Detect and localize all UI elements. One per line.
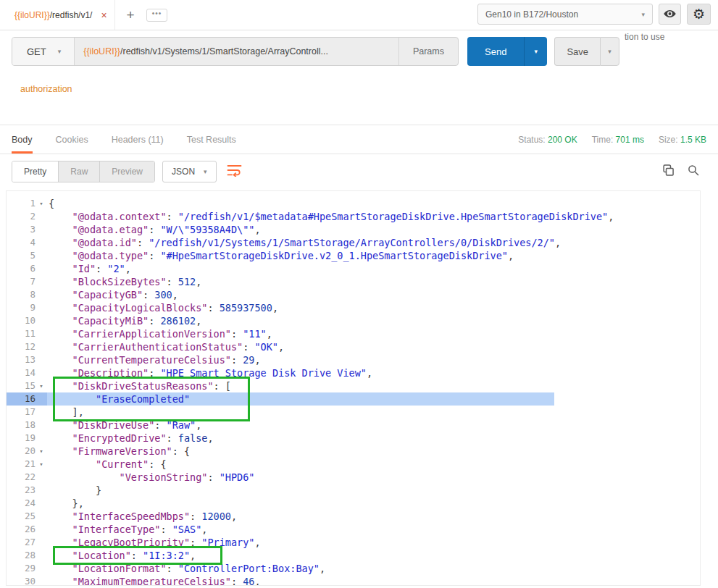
new-tab-button[interactable]: +: [127, 7, 135, 23]
code-line-15[interactable]: 15▾ "DiskDriveStatusReasons": [: [7, 379, 700, 392]
line-number[interactable]: 9: [7, 301, 36, 314]
fold-toggle-icon[interactable]: ▾: [36, 458, 47, 471]
code-line-25[interactable]: 25 "InterfaceSpeedMbps": 12000,: [7, 510, 700, 523]
line-number[interactable]: 7: [7, 275, 36, 288]
line-number[interactable]: 5: [7, 249, 36, 262]
code-text: "Id": "2",: [47, 262, 131, 275]
code-line-18[interactable]: 18 "DiskDriveUse": "Raw",: [7, 419, 700, 432]
search-icon[interactable]: [688, 164, 699, 179]
code-line-11[interactable]: 11 "CarrierApplicationVersion": "11",: [7, 327, 700, 340]
send-options-button[interactable]: ▾: [524, 37, 547, 66]
code-line-30[interactable]: 30 "MaximumTemperatureCelsius": 46,: [7, 575, 700, 586]
code-line-26[interactable]: 26 "InterfaceType": "SAS",: [7, 523, 700, 536]
line-number[interactable]: 16: [7, 392, 36, 406]
code-text: "MaximumTemperatureCelsius": 46,: [47, 575, 261, 586]
line-number[interactable]: 6: [7, 262, 36, 275]
line-number[interactable]: 30: [7, 575, 36, 586]
tab-options-button[interactable]: •••: [146, 9, 168, 22]
code-line-24[interactable]: 24 },: [7, 497, 700, 510]
view-mode-pretty[interactable]: Pretty: [12, 161, 58, 182]
line-number[interactable]: 23: [7, 484, 36, 497]
fold-spacer: [36, 301, 47, 314]
line-number[interactable]: 22: [7, 471, 36, 484]
send-button[interactable]: Send: [467, 37, 524, 66]
params-button[interactable]: Params: [398, 38, 458, 65]
response-panel: BodyCookiesHeaders (11)Test Results Stat…: [0, 125, 718, 586]
response-tab-body[interactable]: Body: [12, 125, 33, 154]
code-line-22[interactable]: 22 "VersionString": "HPD6": [7, 471, 700, 484]
save-options-button[interactable]: ▾: [600, 37, 619, 66]
line-number[interactable]: 17: [7, 406, 36, 419]
line-number[interactable]: 10: [7, 314, 36, 327]
code-text: "@odata.context": "/redfish/v1/$metadata…: [47, 210, 614, 223]
line-number[interactable]: 8: [7, 288, 36, 301]
response-tab-headers-11[interactable]: Headers (11): [112, 125, 164, 154]
line-number[interactable]: 11: [7, 327, 36, 340]
save-button[interactable]: Save: [554, 37, 600, 66]
view-mode-raw[interactable]: Raw: [58, 161, 99, 182]
line-number[interactable]: 20: [7, 445, 36, 458]
method-selector[interactable]: GET ▾: [12, 38, 75, 65]
eye-icon: [664, 8, 676, 21]
code-line-27[interactable]: 27 "LegacyBootPriority": "Primary",: [7, 536, 700, 549]
code-line-19[interactable]: 19 "EncryptedDrive": false,: [7, 432, 700, 445]
code-line-9[interactable]: 9 "CapacityLogicalBlocks": 585937500,: [7, 301, 700, 314]
code-line-21[interactable]: 21▾ "Current": {: [7, 458, 700, 471]
response-body-code[interactable]: 1▾{2 "@odata.context": "/redfish/v1/$met…: [6, 190, 701, 586]
line-number[interactable]: 28: [7, 549, 36, 562]
code-line-5[interactable]: 5 "@odata.type": "#HpeSmartStorageDiskDr…: [7, 249, 700, 262]
line-number[interactable]: 2: [7, 210, 36, 223]
line-number[interactable]: 25: [7, 510, 36, 523]
response-tab-cookies[interactable]: Cookies: [56, 125, 88, 154]
chevron-down-icon: ▾: [608, 48, 611, 55]
line-number[interactable]: 27: [7, 536, 36, 549]
request-tab[interactable]: {{iloURI}}/redfish/v1/ ×: [6, 0, 115, 30]
line-number[interactable]: 29: [7, 562, 36, 575]
view-mode-preview[interactable]: Preview: [99, 161, 154, 182]
line-number[interactable]: 21: [7, 458, 36, 471]
fold-toggle-icon[interactable]: ▾: [36, 197, 47, 210]
line-number[interactable]: 26: [7, 523, 36, 536]
code-line-16[interactable]: 16 "EraseCompleted": [7, 392, 700, 406]
code-line-20[interactable]: 20▾ "FirmwareVersion": {: [7, 445, 700, 458]
fold-spacer: [36, 523, 47, 536]
code-line-13[interactable]: 13 "CurrentTemperatureCelsius": 29,: [7, 353, 700, 366]
fold-toggle-icon[interactable]: ▾: [36, 379, 47, 392]
settings-button[interactable]: ⚙: [687, 4, 711, 25]
code-line-23[interactable]: 23 }: [7, 484, 700, 497]
copy-button[interactable]: [662, 164, 675, 180]
line-number[interactable]: 24: [7, 497, 36, 510]
code-line-6[interactable]: 6 "Id": "2",: [7, 262, 700, 275]
line-number[interactable]: 12: [7, 340, 36, 353]
code-line-29[interactable]: 29 "LocationFormat": "ControllerPort:Box…: [7, 562, 700, 575]
code-line-1[interactable]: 1▾{: [7, 197, 700, 210]
line-number[interactable]: 3: [7, 223, 36, 236]
code-line-7[interactable]: 7 "BlockSizeBytes": 512,: [7, 275, 700, 288]
line-number[interactable]: 19: [7, 432, 36, 445]
code-line-8[interactable]: 8 "CapacityGB": 300,: [7, 288, 700, 301]
line-number[interactable]: 14: [7, 366, 36, 379]
line-number[interactable]: 15: [7, 379, 36, 392]
close-tab-icon[interactable]: ×: [101, 11, 107, 20]
code-line-3[interactable]: 3 "@odata.etag": "W/\"59358A4D\"",: [7, 223, 700, 236]
line-number[interactable]: 1: [7, 197, 36, 210]
environment-quick-look-button[interactable]: [659, 4, 681, 25]
line-number[interactable]: 18: [7, 419, 36, 432]
line-number[interactable]: 13: [7, 353, 36, 366]
fold-toggle-icon[interactable]: ▾: [36, 445, 47, 458]
language-selector[interactable]: JSON ▾: [162, 161, 217, 182]
code-line-14[interactable]: 14 "Description": "HPE Smart Storage Dis…: [7, 366, 700, 379]
response-tab-test-results[interactable]: Test Results: [187, 125, 236, 154]
code-line-4[interactable]: 4 "@odata.id": "/redfish/v1/Systems/1/Sm…: [7, 236, 700, 249]
environment-selector[interactable]: Gen10 in B172/Houston ▾: [477, 4, 653, 25]
line-number[interactable]: 4: [7, 236, 36, 249]
code-line-12[interactable]: 12 "CarrierAuthenticationStatus": "OK",: [7, 340, 700, 353]
code-line-10[interactable]: 10 "CapacityMiB": 286102,: [7, 314, 700, 327]
code-text: "CapacityLogicalBlocks": 585937500,: [47, 301, 278, 314]
code-line-2[interactable]: 2 "@odata.context": "/redfish/v1/$metada…: [7, 210, 700, 223]
code-text: "BlockSizeBytes": 512,: [47, 275, 201, 288]
wrap-lines-button[interactable]: [227, 164, 242, 180]
code-line-17[interactable]: 17 ],: [7, 406, 700, 419]
code-line-28[interactable]: 28 "Location": "1I:3:2",: [7, 549, 700, 562]
url-input[interactable]: {{iloURI}}/redfish/v1/Systems/1/SmartSto…: [75, 38, 398, 65]
